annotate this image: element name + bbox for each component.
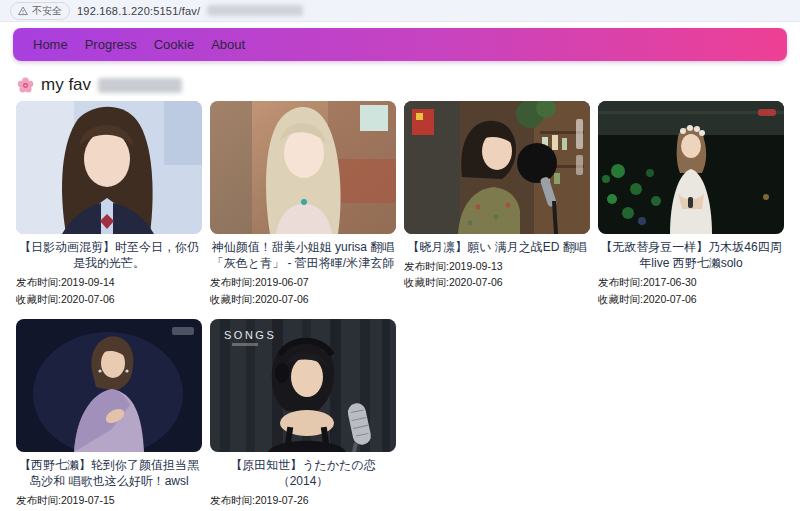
- thumbnail-art-stage-white-dress: [598, 101, 784, 234]
- video-title[interactable]: 【日影动画混剪】时至今日，你仍是我的光芒。: [16, 239, 202, 271]
- video-title[interactable]: 【原田知世】うたかたの恋（2014）: [210, 457, 396, 489]
- security-chip[interactable]: 不安全: [10, 2, 70, 20]
- video-dates: 发布时间:2019-09-13 收藏时间:2020-07-06: [404, 258, 590, 291]
- publish-date-row: 发布时间:2019-06-07: [210, 274, 396, 290]
- video-thumbnail[interactable]: [404, 101, 590, 234]
- video-dates: 发布时间:2019-07-15 收藏时间:2020-07-06: [16, 492, 202, 511]
- video-dates: 发布时间:2019-09-14 收藏时间:2020-07-06: [16, 274, 202, 307]
- collect-date-row: 收藏时间:2020-07-06: [210, 291, 396, 307]
- publish-date-row: 发布时间:2019-07-15: [16, 492, 202, 508]
- thumbnail-art-schoolgirl: [16, 101, 202, 234]
- publish-date-row: 发布时间:2019-07-26: [210, 492, 396, 508]
- page-title: my fav: [17, 75, 783, 95]
- redacted-username: [98, 78, 182, 93]
- redacted-url-segment: [207, 5, 303, 16]
- video-thumbnail[interactable]: SONGS: [210, 319, 396, 452]
- browser-address-bar[interactable]: 不安全 192.168.1.220:5151/fav/: [0, 0, 800, 22]
- songs-logo-text: SONGS: [224, 329, 276, 341]
- video-title[interactable]: 【无敌替身豆一样】乃木坂46四周年live 西野七濑solo: [598, 239, 784, 271]
- video-card: SONGS 【原田知世】: [210, 319, 396, 511]
- publish-date-row: 发布时间:2019-09-14: [16, 274, 202, 290]
- nav-link-home[interactable]: Home: [33, 37, 68, 52]
- video-dates: 发布时间:2019-07-26 收藏时间:2020-07-06: [210, 492, 396, 511]
- nav-link-progress[interactable]: Progress: [85, 37, 137, 52]
- collect-date-row: 收藏时间:2020-07-06: [404, 274, 590, 290]
- video-thumbnail[interactable]: [598, 101, 784, 234]
- video-title[interactable]: 【西野七濑】轮到你了颜值担当黑岛沙和 唱歌也这么好听！awsl: [16, 457, 202, 489]
- collect-date-row: 收藏时间:2020-07-06: [16, 291, 202, 307]
- thumbnail-art-cafe-singer: [404, 101, 590, 234]
- video-dates: 发布时间:2017-06-30 收藏时间:2020-07-06: [598, 274, 784, 307]
- video-title[interactable]: 【晓月凛】願い 满月之战ED 翻唱: [404, 239, 590, 255]
- nav-link-about[interactable]: About: [211, 37, 245, 52]
- video-card: 神仙颜值！甜美小姐姐 yurisa 翻唱「灰色と青」 - 菅田将暉/米津玄師 发…: [210, 101, 396, 307]
- thumbnail-art-songs-studio: SONGS: [210, 319, 396, 452]
- nav-link-cookie[interactable]: Cookie: [154, 37, 194, 52]
- warning-triangle-icon: [18, 6, 28, 16]
- collect-date-row: 收藏时间:2020-07-06: [598, 291, 784, 307]
- thumbnail-art-dark-stage-lace: [16, 319, 202, 452]
- cherry-blossom-icon: [17, 77, 34, 94]
- video-card: 【无敌替身豆一样】乃木坂46四周年live 西野七濑solo 发布时间:2017…: [598, 101, 784, 307]
- security-label: 不安全: [32, 4, 62, 18]
- main-navbar: Home Progress Cookie About: [13, 28, 787, 61]
- video-thumbnail[interactable]: [210, 101, 396, 234]
- video-card: 【西野七濑】轮到你了颜值担当黑岛沙和 唱歌也这么好听！awsl 发布时间:201…: [16, 319, 202, 511]
- page-title-text: my fav: [41, 75, 91, 95]
- video-dates: 发布时间:2019-06-07 收藏时间:2020-07-06: [210, 274, 396, 307]
- favorites-grid: 【日影动画混剪】时至今日，你仍是我的光芒。 发布时间:2019-09-14 收藏…: [16, 101, 784, 511]
- video-card: 【日影动画混剪】时至今日，你仍是我的光芒。 发布时间:2019-09-14 收藏…: [16, 101, 202, 307]
- video-title[interactable]: 神仙颜值！甜美小姐姐 yurisa 翻唱「灰色と青」 - 菅田将暉/米津玄師: [210, 239, 396, 271]
- publish-date-row: 发布时间:2017-06-30: [598, 274, 784, 290]
- url-text[interactable]: 192.168.1.220:5151/fav/: [77, 5, 200, 17]
- thumbnail-art-street-girl: [210, 101, 396, 234]
- publish-date-row: 发布时间:2019-09-13: [404, 258, 590, 274]
- video-thumbnail[interactable]: [16, 101, 202, 234]
- video-thumbnail[interactable]: [16, 319, 202, 452]
- video-card: 【晓月凛】願い 满月之战ED 翻唱 发布时间:2019-09-13 收藏时间:2…: [404, 101, 590, 307]
